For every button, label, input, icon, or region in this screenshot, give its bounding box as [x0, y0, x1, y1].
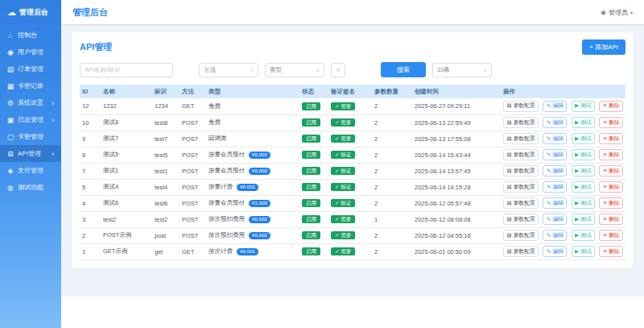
delete-button[interactable]: ✕ 删除 [599, 165, 623, 176]
test-button[interactable]: ▶ 测试 [572, 246, 596, 257]
bottom-whitespace [61, 297, 644, 328]
col-params: 参数数量 [372, 85, 412, 98]
sign-badge: ✓ 需要 [331, 102, 355, 111]
refresh-icon[interactable]: ○ [331, 63, 345, 77]
edit-button[interactable]: ✎ 编辑 [543, 165, 567, 176]
chevron-down-icon: ∨ [250, 67, 254, 73]
delete-button[interactable]: ✕ 删除 [599, 214, 623, 225]
status-badge: 启用 [302, 151, 320, 160]
edit-button[interactable]: ✎ 编辑 [543, 101, 567, 112]
test-button[interactable]: ▶ 测试 [572, 165, 596, 176]
delete-button[interactable]: ✕ 删除 [599, 230, 623, 241]
status-badge: 启用 [302, 183, 320, 192]
type-select[interactable]: 类型 ∨ [265, 63, 324, 77]
type-label: 按量会员预付 [208, 151, 245, 158]
type-label: 按量会员预付 [208, 199, 245, 206]
play-icon: ▶ [575, 152, 579, 158]
app-logo: ☁ 管理后台 [0, 0, 61, 24]
col-type: 类型 [206, 85, 299, 98]
play-icon: ▶ [575, 201, 579, 206]
page-size-select[interactable]: 10条 ∨ [432, 63, 492, 77]
play-icon: ▶ [575, 249, 579, 255]
status-badge: 启用 [302, 231, 320, 240]
chevron-down-icon: ∨ [52, 117, 55, 122]
delete-button[interactable]: ✕ 删除 [599, 246, 623, 257]
sidebar-item-settings[interactable]: ⚙ 系统设置 ∨ [0, 94, 61, 111]
search-button[interactable]: 搜索 [381, 62, 426, 77]
play-icon: ▶ [575, 120, 579, 126]
sign-badge: ✓ 需要 [331, 247, 355, 256]
sidebar-item-users[interactable]: ◉ 用户管理 [0, 44, 61, 60]
user-menu[interactable]: ◉ 管理员 ▾ [601, 8, 633, 17]
trash-icon: ✕ [603, 185, 607, 190]
sidebar-item-console[interactable]: ⌂ 控制台 [0, 27, 61, 44]
params-config-button[interactable]: ▤ 参数配置 [503, 197, 539, 209]
params-config-button[interactable]: ▤ 参数配置 [503, 133, 539, 144]
params-config-button[interactable]: ▤ 参数配置 [503, 149, 539, 160]
delete-button[interactable]: ✕ 删除 [599, 197, 623, 209]
test-button[interactable]: ▶ 测试 [572, 133, 596, 144]
sidebar-item-records[interactable]: ▦ 卡密记录 [0, 77, 61, 94]
params-config-button[interactable]: ▤ 参数配置 [503, 117, 539, 128]
delete-button[interactable]: ✕ 删除 [599, 101, 623, 112]
app-window: ☁ 管理后台 ⌂ 控制台 ◉ 用户管理 ▤ 订单管理 ▦ 卡密记录 ⚙ 系统设置… [0, 0, 644, 328]
edit-button[interactable]: ✎ 编辑 [543, 197, 567, 209]
sign-badge: ✓ 验证 [331, 167, 355, 176]
params-config-button[interactable]: ▤ 参数配置 [503, 246, 539, 257]
col-key: 标识 [152, 85, 180, 98]
sidebar-item-logs[interactable]: ▣ 日志管理 ∨ [0, 111, 61, 128]
chevron-down-icon: ∨ [484, 67, 487, 73]
delete-button[interactable]: ✕ 删除 [599, 149, 623, 160]
list-icon: ▤ [507, 136, 512, 142]
sidebar-item-cards[interactable]: ▢ 卡密管理 [0, 128, 61, 145]
params-config-button[interactable]: ▤ 参数配置 [503, 214, 539, 225]
params-config-button[interactable]: ▤ 参数配置 [503, 181, 539, 193]
params-config-button[interactable]: ▤ 参数配置 [503, 101, 539, 112]
api-icon: ⊞ [6, 150, 14, 158]
col-actions: 操作 [501, 85, 625, 98]
pencil-icon: ✎ [547, 152, 551, 158]
test-button[interactable]: ▶ 测试 [572, 181, 596, 193]
price-badge: ¥0.002 [249, 152, 270, 159]
sidebar-item-api[interactable]: ⊞ API管理 ∨ [0, 145, 61, 162]
test-button[interactable]: ▶ 测试 [572, 230, 596, 241]
method-select[interactable]: 方法 ∨ [199, 63, 258, 77]
table-row: 4 测试6 test6 POST 按量会员预付 ¥1.000 启用 ✓ 验证 2… [80, 195, 625, 211]
orders-icon: ▤ [6, 65, 14, 73]
list-icon: ▤ [507, 249, 512, 255]
play-icon: ▶ [575, 185, 579, 190]
type-label: 免费 [208, 118, 221, 126]
table-row: 12 1232 1234 GET 免费 启用 ✓ 需要 2 2025-06-27… [80, 98, 625, 114]
edit-button[interactable]: ✎ 编辑 [543, 133, 567, 144]
test-button[interactable]: ▶ 测试 [572, 149, 596, 160]
delete-button[interactable]: ✕ 删除 [599, 181, 623, 193]
delete-button[interactable]: ✕ 删除 [599, 117, 623, 128]
status-badge: 启用 [302, 247, 320, 256]
params-config-button[interactable]: ▤ 参数配置 [503, 165, 539, 176]
pencil-icon: ✎ [547, 233, 551, 239]
sign-badge: ✓ 验证 [331, 199, 355, 208]
test-button[interactable]: ▶ 测试 [572, 117, 596, 128]
edit-button[interactable]: ✎ 编辑 [543, 230, 567, 241]
test-button[interactable]: ▶ 测试 [572, 197, 596, 209]
page-title: API管理 [80, 41, 112, 53]
list-icon: ▤ [507, 103, 512, 109]
search-input[interactable] [80, 63, 173, 77]
sidebar-item-test[interactable]: ◍ 测试功能 [0, 179, 61, 196]
sidebar-nav: ⌂ 控制台 ◉ 用户管理 ▤ 订单管理 ▦ 卡密记录 ⚙ 系统设置 ∨ ▣ 日志… [0, 27, 61, 196]
edit-button[interactable]: ✎ 编辑 [543, 181, 567, 193]
test-button[interactable]: ▶ 测试 [572, 214, 596, 225]
sidebar-item-payment[interactable]: ◈ 支付管理 [0, 162, 61, 179]
edit-button[interactable]: ✎ 编辑 [543, 117, 567, 128]
type-label: 按量计费 [208, 183, 233, 190]
add-api-button[interactable]: + 添加API [582, 39, 625, 55]
params-config-button[interactable]: ▤ 参数配置 [503, 230, 539, 241]
edit-button[interactable]: ✎ 编辑 [543, 149, 567, 160]
delete-button[interactable]: ✕ 删除 [599, 133, 623, 144]
list-icon: ▤ [507, 152, 512, 158]
test-button[interactable]: ▶ 测试 [572, 101, 596, 112]
edit-button[interactable]: ✎ 编辑 [543, 214, 567, 225]
edit-button[interactable]: ✎ 编辑 [543, 246, 567, 257]
top-bar: 管理后台 ◉ 管理员 ▾ [61, 0, 644, 24]
sidebar-item-orders[interactable]: ▤ 订单管理 [0, 60, 61, 77]
